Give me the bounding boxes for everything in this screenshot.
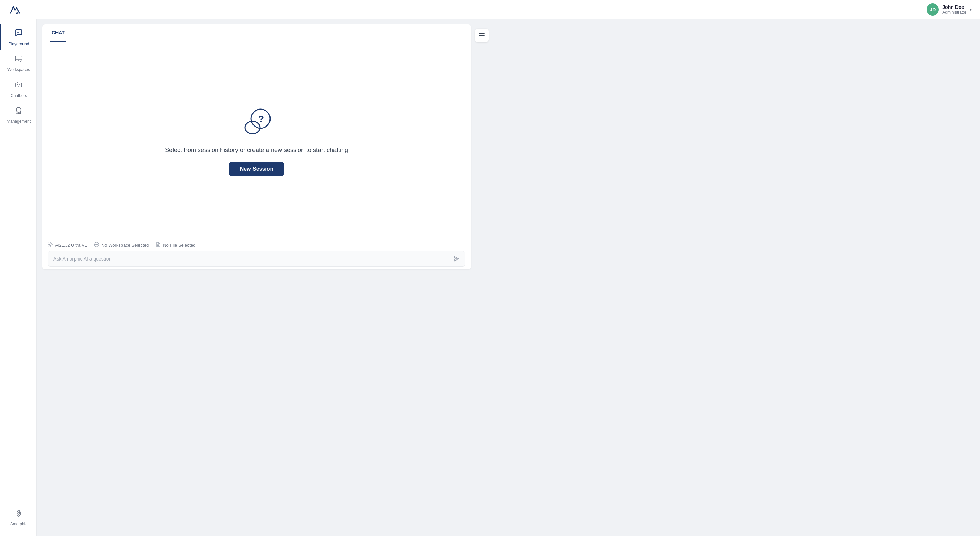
new-session-button[interactable]: New Session (229, 162, 285, 176)
chevron-down-icon: ▾ (970, 7, 972, 12)
chat-bubble-icon (14, 29, 23, 40)
user-role: Administrator (942, 10, 966, 14)
sidebar-item-management[interactable]: Management (0, 102, 37, 128)
svg-text:?: ? (258, 114, 264, 124)
svg-text:ai: ai (16, 10, 20, 15)
svg-point-10 (18, 512, 20, 514)
app-header: ai JD John Doe Administrator ▾ (0, 0, 980, 19)
workspace-name: No Workspace Selected (102, 243, 149, 247)
file-icon (156, 242, 161, 248)
avatar: JD (927, 3, 939, 16)
sidebar-item-workspaces-label: Workspaces (8, 67, 30, 72)
user-details: John Doe Administrator (942, 5, 966, 14)
settings-icon (48, 242, 53, 248)
empty-state-icon: ? (240, 105, 274, 138)
user-menu[interactable]: JD John Doe Administrator ▾ (927, 3, 972, 16)
svg-point-3 (20, 32, 21, 33)
main-content: CHAT ? Select (37, 19, 980, 536)
management-icon (14, 106, 23, 117)
sidebar-item-playground-label: Playground (8, 41, 29, 46)
sidebar-item-chatbots[interactable]: Chatbots (0, 76, 37, 102)
sidebar: Playground Workspaces (0, 19, 37, 536)
logo: ai (8, 3, 22, 16)
svg-point-8 (17, 84, 18, 86)
sidebar-item-workspaces[interactable]: Workspaces (0, 50, 37, 76)
sidebar-item-amorphic-label: Amorphic (10, 522, 27, 526)
svg-point-2 (18, 32, 19, 33)
chatbots-icon (14, 80, 23, 91)
main-layout: Playground Workspaces (0, 19, 980, 536)
chat-input-row (48, 251, 466, 266)
svg-point-17 (50, 244, 51, 246)
bottom-meta: Ai21.J2 Ultra V1 No Workspace Selected (48, 242, 466, 248)
bottom-bar: Ai21.J2 Ultra V1 No Workspace Selected (42, 238, 471, 270)
model-selector[interactable]: Ai21.J2 Ultra V1 (48, 242, 87, 248)
chat-panel: CHAT ? Select (42, 24, 471, 270)
sidebar-toggle-button[interactable] (475, 29, 488, 42)
tabs-bar: CHAT (42, 24, 471, 42)
send-button[interactable] (453, 255, 460, 262)
empty-state-message: Select from session history or create a … (165, 147, 348, 154)
svg-point-9 (19, 84, 21, 86)
workspaces-icon (14, 54, 23, 65)
sidebar-item-chatbots-label: Chatbots (11, 93, 27, 98)
file-selector[interactable]: No File Selected (156, 242, 195, 248)
svg-point-6 (18, 60, 19, 61)
workspace-selector[interactable]: No Workspace Selected (94, 242, 149, 248)
sidebar-item-amorphic[interactable]: Amorphic (0, 505, 37, 531)
svg-point-1 (17, 32, 18, 33)
empty-state: ? Select from session history or create … (42, 42, 471, 238)
user-name: John Doe (942, 5, 966, 10)
model-name: Ai21.J2 Ultra V1 (55, 243, 87, 247)
tab-chat[interactable]: CHAT (50, 24, 66, 42)
file-name: No File Selected (163, 243, 195, 247)
workspace-icon (94, 242, 99, 248)
chat-input[interactable] (53, 256, 449, 262)
amorphic-icon (14, 509, 23, 520)
sidebar-item-playground[interactable]: Playground (0, 24, 37, 50)
sidebar-item-management-label: Management (7, 119, 30, 124)
svg-rect-4 (15, 56, 22, 61)
